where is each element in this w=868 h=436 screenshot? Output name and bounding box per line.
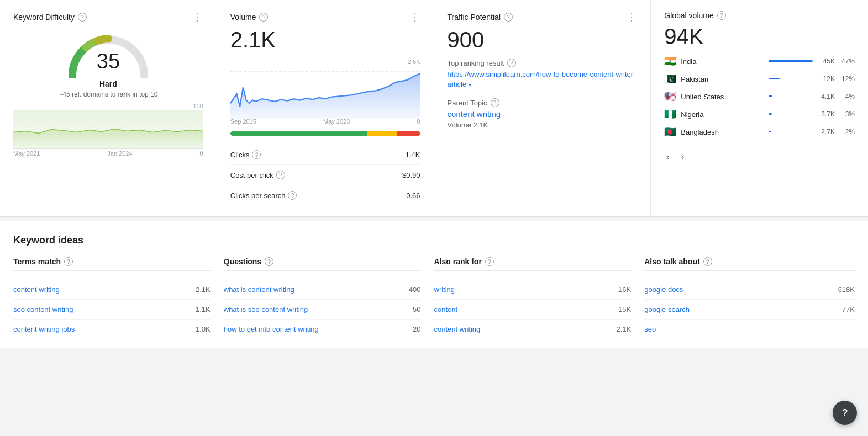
country-bar-wrap xyxy=(769,113,813,115)
idea-row: google docs 618K xyxy=(644,280,855,300)
svg-text:35: 35 xyxy=(97,50,120,73)
clicks-value: 1.4K xyxy=(406,151,420,159)
idea-volume: 1.0K xyxy=(196,325,211,333)
idea-link[interactable]: content writing xyxy=(434,325,612,333)
idea-link[interactable]: google docs xyxy=(644,285,833,294)
svg-marker-1 xyxy=(13,129,203,148)
country-name: India xyxy=(681,57,764,66)
country-percent: 4% xyxy=(839,93,855,100)
url-dropdown-arrow[interactable]: ▾ xyxy=(469,82,471,88)
idea-volume: 2.1K xyxy=(196,285,211,294)
idea-link[interactable]: google search xyxy=(644,305,838,313)
country-volume: 12K xyxy=(817,75,835,83)
country-bar xyxy=(769,60,813,62)
idea-row: content writing 2.1K xyxy=(13,280,211,300)
kd-label: Hard xyxy=(99,79,117,88)
idea-volume: 50 xyxy=(413,305,420,313)
prev-page-btn[interactable]: ‹ xyxy=(664,149,672,165)
tp-info-icon[interactable]: ? xyxy=(504,13,513,22)
next-page-btn[interactable]: › xyxy=(678,149,686,165)
idea-volume: 618K xyxy=(838,285,855,294)
clicks-info-icon[interactable]: ? xyxy=(252,150,261,159)
country-volume: 2.7K xyxy=(817,128,835,136)
ideas-col-header-3: Also talk about? xyxy=(644,257,855,271)
col-header-info-icon[interactable]: ? xyxy=(265,257,273,266)
col-header-label: Questions xyxy=(224,257,261,266)
idea-volume: 20 xyxy=(413,325,420,333)
ideas-col-3: Also talk about? google docs 618K google… xyxy=(644,257,855,339)
ideas-col-2: Also rank for? writing 16K content 15K c… xyxy=(434,257,645,339)
ideas-col-1: Questions? what is content writing 400 w… xyxy=(224,257,434,339)
idea-row: content writing jobs 1.0K xyxy=(13,320,211,339)
col-header-info-icon[interactable]: ? xyxy=(64,257,73,266)
ranking-url[interactable]: https://www.simplilearn.com/how-to-becom… xyxy=(448,70,638,89)
volume-info-icon[interactable]: ? xyxy=(259,13,268,22)
country-bar-wrap xyxy=(769,131,813,133)
idea-row: what is seo content writing 50 xyxy=(224,300,421,320)
country-bar xyxy=(769,131,771,132)
kd-sparkline-chart xyxy=(13,110,203,149)
idea-link[interactable]: how to get into content writing xyxy=(224,325,408,333)
idea-row: content 15K xyxy=(434,300,632,320)
ideas-col-header-2: Also rank for? xyxy=(434,257,632,271)
country-flag: 🇧🇩 xyxy=(664,126,676,138)
cps-value: 0.66 xyxy=(406,192,420,200)
cpc-info-icon[interactable]: ? xyxy=(276,171,285,179)
idea-link[interactable]: content writing xyxy=(13,285,191,294)
volume-more-icon[interactable]: ⋮ xyxy=(410,11,420,23)
idea-link[interactable]: content xyxy=(434,305,614,313)
idea-link[interactable]: content writing jobs xyxy=(13,325,191,333)
country-flag: 🇳🇬 xyxy=(664,108,676,120)
kd-date-right: 0 xyxy=(200,150,203,157)
cps-info-icon[interactable]: ? xyxy=(288,191,297,200)
country-row: 🇺🇸 United States 4.1K 4% xyxy=(664,91,855,103)
cpc-label: Cost per click ? xyxy=(230,171,285,179)
progress-red xyxy=(397,131,420,136)
country-bar xyxy=(769,95,772,97)
volume-value: 2.1K xyxy=(230,28,420,52)
ideas-col-0: Terms match? content writing 2.1K seo co… xyxy=(13,257,224,339)
country-flag: 🇮🇳 xyxy=(664,55,676,67)
top-ranking-info-icon[interactable]: ? xyxy=(507,59,516,67)
gv-info-icon[interactable]: ? xyxy=(717,11,726,20)
col-header-info-icon[interactable]: ? xyxy=(703,257,712,266)
parent-topic-value[interactable]: content writing xyxy=(448,109,638,119)
country-bar-wrap xyxy=(769,95,813,98)
clicks-row: Clicks ? 1.4K xyxy=(230,145,420,165)
idea-row: google search 77K xyxy=(644,300,855,320)
kd-info-icon[interactable]: ? xyxy=(78,13,87,22)
idea-link[interactable]: what is seo content writing xyxy=(224,305,408,313)
progress-green xyxy=(230,131,367,136)
idea-volume: 77K xyxy=(842,305,855,313)
kd-more-icon[interactable]: ⋮ xyxy=(193,11,203,23)
idea-link[interactable]: what is content writing xyxy=(224,285,404,294)
global-volume-card: Global volume ? 94K 🇮🇳 India 45K 47% 🇵🇰 … xyxy=(651,0,868,216)
volume-title: Volume xyxy=(230,13,256,22)
country-percent: 2% xyxy=(839,128,855,136)
col-header-info-icon[interactable]: ? xyxy=(485,257,494,266)
kd-date-start: May 2021 xyxy=(13,150,40,157)
country-bar-wrap xyxy=(769,78,813,80)
top-ranking-label: Top ranking result ? xyxy=(448,59,638,67)
idea-volume: 400 xyxy=(409,285,421,294)
keyword-ideas-section: Keyword ideas Terms match? content writi… xyxy=(0,221,868,348)
country-name: Bangladesh xyxy=(681,128,764,136)
parent-volume: Volume 2.1K xyxy=(448,121,638,129)
gauge-container: 35 Hard ~45 ref. domains to rank in top … xyxy=(13,29,203,98)
idea-row: content writing 2.1K xyxy=(434,320,632,339)
pagination: ‹ › xyxy=(664,145,855,165)
keyword-difficulty-card: Keyword Difficulty ? ⋮ 35 Hard ~45 ref. … xyxy=(0,0,217,216)
idea-link[interactable]: seo xyxy=(644,325,850,333)
idea-row: seo xyxy=(644,320,855,339)
country-row: 🇳🇬 Nigeria 3.7K 3% xyxy=(664,108,855,120)
parent-topic-info-icon[interactable]: ? xyxy=(491,98,499,107)
tp-more-icon[interactable]: ⋮ xyxy=(627,11,637,23)
country-row: 🇧🇩 Bangladesh 2.7K 2% xyxy=(664,126,855,138)
kd-title: Keyword Difficulty xyxy=(13,13,75,22)
keyword-ideas-grid: Terms match? content writing 2.1K seo co… xyxy=(13,257,855,339)
idea-link[interactable]: writing xyxy=(434,285,614,294)
kd-dates: May 2021 Jan 2024 0 xyxy=(13,150,203,157)
country-flag: 🇵🇰 xyxy=(664,73,676,85)
idea-row: how to get into content writing 20 xyxy=(224,320,421,339)
idea-link[interactable]: seo content writing xyxy=(13,305,191,313)
